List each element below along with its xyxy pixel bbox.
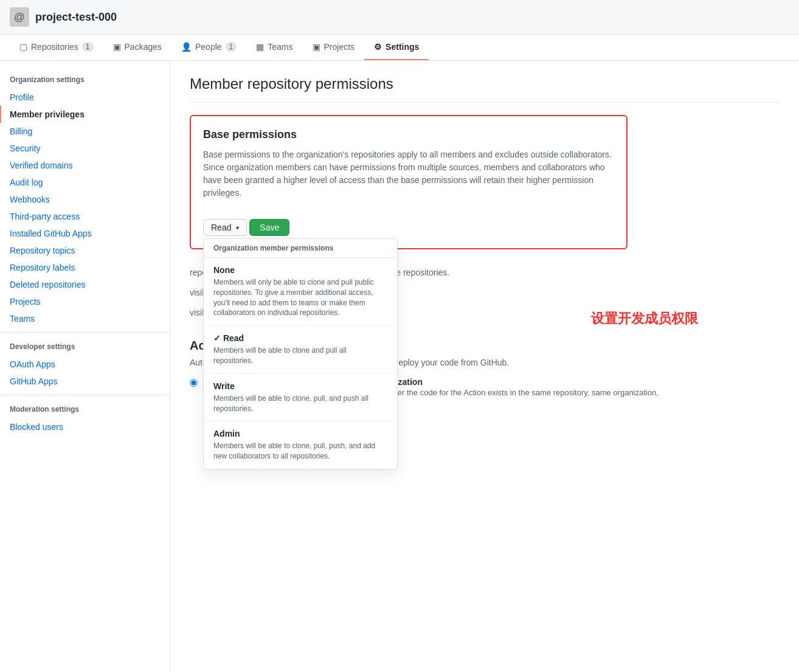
option-admin-label: Admin: [213, 429, 387, 438]
sidebar-item-oauth-apps[interactable]: OAuth Apps: [0, 356, 170, 373]
tab-settings[interactable]: ⚙ Settings: [364, 35, 429, 60]
annotation-text: 设置开发成员权限: [591, 310, 698, 328]
dropdown-option-write[interactable]: Write Members will be able to clone, pul…: [204, 373, 397, 421]
layout: Organization settings Profile Member pri…: [0, 61, 799, 672]
permissions-dropdown-container: Read ▾ Organization member permissions N…: [203, 219, 247, 236]
sidebar-item-repository-topics[interactable]: Repository topics: [0, 242, 170, 259]
option-none-label: None: [213, 265, 387, 275]
actions-radio-input[interactable]: [190, 379, 198, 387]
dropdown-current-value: Read: [211, 223, 231, 232]
dev-settings-title: Developer settings: [0, 338, 170, 356]
org-name: project-test-000: [35, 11, 117, 24]
sidebar-item-teams[interactable]: Teams: [0, 310, 170, 327]
sidebar-item-member-privileges[interactable]: Member privileges: [0, 106, 170, 123]
tab-repositories[interactable]: ▢ Repositories 1: [10, 35, 103, 60]
mod-settings-title: Moderation settings: [0, 400, 170, 418]
sidebar-item-blocked-users[interactable]: Blocked users: [0, 418, 170, 435]
projects-icon: ▣: [313, 42, 320, 52]
base-permissions-title: Base permissions: [203, 128, 614, 141]
tab-teams[interactable]: ▦ Teams: [246, 35, 302, 60]
sidebar-divider-mod: [0, 395, 170, 395]
sidebar-item-github-apps[interactable]: GitHub Apps: [0, 373, 170, 390]
tab-packages[interactable]: ▣ Packages: [103, 35, 171, 60]
settings-icon: ⚙: [374, 42, 382, 52]
sidebar-item-verified-domains[interactable]: Verified domains: [0, 157, 170, 174]
option-read-label: Read: [213, 333, 387, 343]
sidebar-item-billing[interactable]: Billing: [0, 123, 170, 140]
org-icon: @: [10, 7, 29, 27]
dropdown-option-read[interactable]: Read Members will be able to clone and p…: [204, 325, 397, 373]
dropdown-option-none[interactable]: None Members will only be able to clone …: [204, 258, 397, 325]
nav-tabs: ▢ Repositories 1 ▣ Packages 👤 People 1 ▦…: [0, 35, 799, 61]
page-title: Member repository permissions: [190, 75, 780, 103]
org-settings-title: Organization settings: [0, 71, 170, 89]
packages-icon: ▣: [113, 42, 121, 52]
repositories-icon: ▢: [19, 42, 27, 52]
tab-projects[interactable]: ▣ Projects: [303, 35, 365, 60]
permissions-dropdown-menu: Organization member permissions None Mem…: [203, 238, 398, 469]
sidebar-item-deleted-repositories[interactable]: Deleted repositories: [0, 276, 170, 293]
permissions-dropdown-button[interactable]: Read ▾: [203, 219, 247, 236]
sidebar-item-repository-labels[interactable]: Repository labels: [0, 259, 170, 276]
sidebar-item-security[interactable]: Security: [0, 140, 170, 157]
tab-people[interactable]: 👤 People 1: [171, 35, 246, 60]
dropdown-arrow-icon: ▾: [236, 224, 239, 231]
base-permissions-desc: Base permissions to the organization's r…: [203, 148, 614, 199]
main-content: Member repository permissions Base permi…: [170, 61, 799, 672]
option-read-desc: Members will be able to clone and pull a…: [213, 345, 387, 366]
dropdown-menu-header: Organization member permissions: [204, 239, 397, 258]
dropdown-option-admin[interactable]: Admin Members will be able to clone, pul…: [204, 421, 397, 469]
sidebar-item-profile[interactable]: Profile: [0, 89, 170, 106]
sidebar-item-webhooks[interactable]: Webhooks: [0, 191, 170, 208]
option-write-label: Write: [213, 381, 387, 391]
teams-icon: ▦: [256, 42, 264, 52]
sidebar: Organization settings Profile Member pri…: [0, 61, 170, 672]
option-none-desc: Members will only be able to clone and p…: [213, 277, 387, 318]
top-bar: @ project-test-000: [0, 0, 799, 35]
sidebar-item-third-party-access[interactable]: Third-party access: [0, 208, 170, 225]
save-button[interactable]: Save: [249, 219, 289, 236]
sidebar-item-installed-apps[interactable]: Installed GitHub Apps: [0, 225, 170, 242]
base-permissions-box: Base permissions Base permissions to the…: [190, 115, 628, 249]
sidebar-divider-dev: [0, 332, 170, 333]
option-admin-desc: Members will be able to clone, pull, pus…: [213, 441, 387, 462]
sidebar-item-projects[interactable]: Projects: [0, 293, 170, 310]
sidebar-item-audit-log[interactable]: Audit log: [0, 174, 170, 191]
people-icon: 👤: [181, 42, 192, 52]
option-write-desc: Members will be able to clone, pull, and…: [213, 393, 387, 414]
